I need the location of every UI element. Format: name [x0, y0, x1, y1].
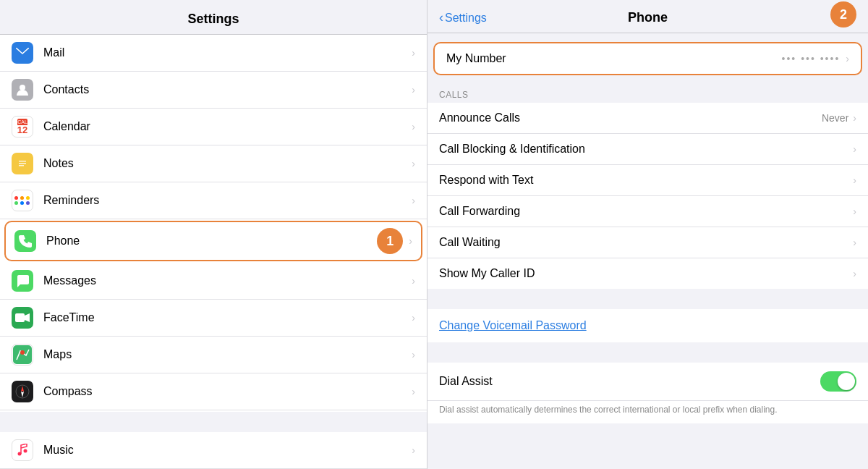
sidebar-item-reminders[interactable]: Reminders ›: [0, 182, 427, 219]
phone-badge-2: 2: [830, 1, 856, 28]
respond-text-label: Respond with Text: [439, 174, 853, 187]
left-panel: Settings Mail › Contacts › CAL 12: [0, 0, 427, 469]
reminders-icon: [12, 190, 33, 211]
respond-text-chevron: ›: [853, 174, 856, 186]
respond-text-item[interactable]: Respond with Text ›: [427, 165, 868, 196]
my-number-row[interactable]: My Number ••• ••• •••• ›: [433, 42, 862, 75]
announce-calls-label: Announce Calls: [439, 111, 822, 124]
svg-point-1: [20, 85, 25, 90]
sidebar-item-facetime[interactable]: FaceTime ›: [0, 300, 427, 337]
show-caller-id-label: Show My Caller ID: [439, 267, 853, 280]
sidebar-item-music[interactable]: Music ›: [0, 432, 427, 469]
compass-chevron: ›: [412, 386, 415, 397]
my-number-chevron: ›: [846, 53, 849, 64]
dial-assist-row: Dial Assist: [427, 363, 868, 401]
call-forwarding-chevron: ›: [853, 206, 856, 217]
settings-list: Mail › Contacts › CAL 12 Calendar ›: [0, 35, 427, 412]
svg-point-18: [18, 452, 22, 456]
back-label: Settings: [445, 12, 487, 25]
mail-icon: [12, 42, 33, 64]
voicemail-link[interactable]: Change Voicemail Password: [427, 309, 868, 342]
sidebar-item-contacts[interactable]: Contacts ›: [0, 72, 427, 109]
sidebar-item-notes[interactable]: Notes ›: [0, 145, 427, 182]
maps-label: Maps: [43, 348, 412, 361]
sidebar-item-calendar[interactable]: CAL 12 Calendar ›: [0, 109, 427, 145]
svg-rect-6: [15, 313, 25, 322]
dial-assist-label: Dial Assist: [439, 375, 820, 388]
call-blocking-chevron: ›: [853, 143, 856, 155]
calendar-icon: CAL 12: [12, 116, 33, 138]
separator: [0, 412, 427, 432]
section-gap-1: [427, 289, 868, 309]
calls-section-header: CALLS: [427, 84, 868, 103]
phone-settings-list: My Number ••• ••• •••• › CALLS Announce …: [427, 33, 868, 469]
reminders-chevron: ›: [412, 195, 415, 206]
announce-calls-value: Never: [822, 112, 848, 124]
mail-label: Mail: [43, 46, 412, 59]
contacts-label: Contacts: [43, 83, 412, 96]
back-chevron-icon: ‹: [439, 10, 443, 25]
sidebar-item-maps[interactable]: Maps ›: [0, 337, 427, 373]
sidebar-item-compass[interactable]: Compass ›: [0, 373, 427, 410]
reminders-label: Reminders: [43, 194, 412, 207]
call-waiting-chevron: ›: [853, 237, 856, 248]
svg-rect-4: [19, 163, 26, 164]
phone-chevron: ›: [409, 235, 412, 247]
phone-badge: 1: [377, 228, 403, 254]
calendar-label: Calendar: [43, 120, 412, 133]
sidebar-item-messages[interactable]: Messages ›: [0, 263, 427, 300]
sidebar-item-mail[interactable]: Mail ›: [0, 35, 427, 72]
svg-point-19: [24, 449, 27, 453]
maps-icon: [12, 344, 33, 366]
sidebar-item-safari[interactable]: Safari ›: [0, 410, 427, 412]
svg-marker-7: [25, 313, 30, 322]
notes-label: Notes: [43, 157, 412, 170]
my-number-label: My Number: [446, 52, 782, 65]
my-number-value: ••• ••• ••••: [782, 53, 841, 64]
section-gap-2: [427, 342, 868, 363]
svg-rect-5: [19, 165, 24, 166]
phone-settings-header: ‹ Settings Phone 2: [427, 0, 868, 33]
maps-chevron: ›: [412, 349, 415, 360]
music-label: Music: [43, 444, 412, 457]
facetime-icon: [12, 307, 33, 329]
svg-rect-3: [19, 161, 26, 162]
call-blocking-label: Call Blocking & Identification: [439, 143, 853, 156]
notes-icon: [12, 153, 33, 174]
contacts-chevron: ›: [412, 84, 415, 96]
announce-calls-item[interactable]: Announce Calls Never ›: [427, 103, 868, 134]
call-forwarding-item[interactable]: Call Forwarding ›: [427, 196, 868, 227]
phone-title: Phone: [628, 10, 668, 25]
calendar-chevron: ›: [412, 121, 415, 132]
show-caller-id-chevron: ›: [853, 268, 856, 279]
back-button[interactable]: ‹ Settings: [439, 10, 487, 25]
mail-chevron: ›: [412, 47, 415, 59]
messages-icon: [12, 270, 33, 292]
call-forwarding-label: Call Forwarding: [439, 205, 853, 218]
call-waiting-label: Call Waiting: [439, 236, 853, 249]
notes-chevron: ›: [412, 158, 415, 169]
show-caller-id-item[interactable]: Show My Caller ID ›: [427, 258, 868, 289]
sidebar-item-phone[interactable]: Phone 1 ›: [4, 221, 422, 261]
dial-assist-description: Dial assist automatically determines the…: [427, 401, 868, 423]
svg-point-9: [20, 350, 25, 355]
phone-label: Phone: [46, 234, 370, 248]
compass-label: Compass: [43, 385, 412, 398]
phone-icon: [14, 230, 36, 252]
music-icon: [12, 439, 33, 461]
announce-calls-chevron: ›: [853, 112, 856, 124]
compass-icon: [12, 381, 33, 402]
contacts-icon: [12, 79, 33, 101]
facetime-label: FaceTime: [43, 311, 412, 324]
right-panel: ‹ Settings Phone 2 My Number ••• ••• •••…: [427, 0, 868, 469]
call-blocking-item[interactable]: Call Blocking & Identification ›: [427, 134, 868, 165]
messages-chevron: ›: [412, 275, 415, 287]
music-chevron: ›: [412, 444, 415, 456]
call-waiting-item[interactable]: Call Waiting ›: [427, 227, 868, 258]
facetime-chevron: ›: [412, 312, 415, 324]
dial-assist-toggle[interactable]: [820, 371, 856, 392]
messages-label: Messages: [43, 274, 412, 287]
toggle-knob: [838, 373, 855, 390]
settings-title: Settings: [0, 0, 427, 35]
